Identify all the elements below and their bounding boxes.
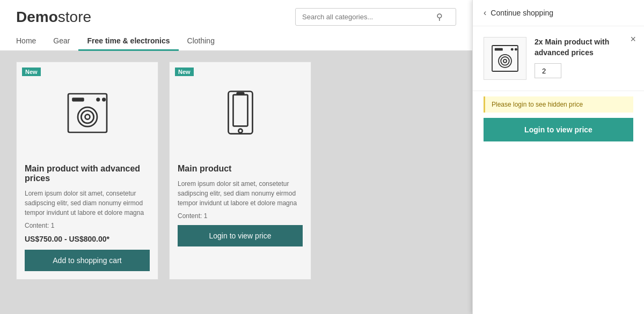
logo-bold: Demo: [16, 9, 58, 25]
continue-shopping-label: Continue shopping: [491, 9, 553, 17]
quantity-input[interactable]: [535, 63, 561, 78]
cart-item: 2x Main product with advanced prices ×: [473, 26, 644, 91]
product-content-2: Content: 1: [178, 212, 303, 220]
main-content: Demostore ⚲ Home Gear Free time & electr…: [0, 0, 472, 314]
cart-item-close-button[interactable]: ×: [630, 34, 636, 44]
svg-rect-8: [233, 95, 247, 126]
product-price-1: US$750.00 - US$800.00*: [25, 235, 150, 243]
svg-rect-12: [495, 48, 503, 51]
cart-item-product-title: Main product with advanced prices: [535, 38, 609, 57]
product-content-1: Content: 1: [25, 222, 150, 229]
svg-point-16: [501, 57, 509, 65]
cart-item-title: 2x Main product with advanced prices: [535, 37, 633, 58]
product-card-2: New Main product Lorem ipsum dolor sit a…: [169, 62, 311, 280]
nav-item-gear[interactable]: Gear: [45, 32, 78, 51]
login-to-view-price-button[interactable]: Login to view price: [484, 118, 633, 141]
nav-item-clothing[interactable]: Clothing: [179, 32, 223, 51]
search-input[interactable]: [302, 13, 436, 21]
svg-rect-7: [228, 92, 252, 134]
add-to-cart-button-1[interactable]: Add to shopping cart: [25, 250, 150, 271]
product-title-2: Main product: [178, 164, 303, 174]
product-card-1: New Main product with advanced prices Lo…: [16, 62, 158, 280]
cart-item-qty-prefix: 2x: [535, 38, 543, 46]
product-desc-2: Lorem ipsum dolor sit amet, consetetur s…: [178, 179, 303, 208]
hidden-price-notice: Please login to see hidden price: [484, 96, 633, 113]
product-image-1: [25, 70, 150, 156]
nav-item-home[interactable]: Home: [16, 32, 45, 51]
svg-point-2: [96, 98, 100, 101]
product-grid: New Main product with advanced prices Lo…: [0, 51, 472, 290]
product-title-1: Main product with advanced prices: [25, 164, 150, 183]
product-desc-1: Lorem ipsum dolor sit amet, consetetur s…: [25, 189, 150, 218]
header: Demostore ⚲ Home Gear Free time & electr…: [0, 0, 472, 51]
svg-point-14: [515, 48, 517, 51]
svg-point-17: [503, 59, 507, 63]
back-arrow-icon: ‹: [484, 8, 486, 18]
cart-item-inner: 2x Main product with advanced prices: [484, 37, 633, 80]
logo: Demostore: [16, 9, 91, 26]
cart-item-image: [484, 37, 526, 80]
nav-item-free-time[interactable]: Free time & electronics: [78, 32, 178, 51]
continue-shopping-btn[interactable]: ‹ Continue shopping: [473, 0, 644, 26]
svg-point-6: [85, 115, 90, 119]
svg-point-5: [81, 111, 93, 123]
header-top: Demostore ⚲: [16, 8, 456, 26]
svg-point-13: [511, 48, 514, 51]
svg-point-3: [102, 98, 106, 101]
svg-point-9: [238, 129, 242, 133]
login-price-button-2[interactable]: Login to view price: [178, 225, 303, 246]
cart-panel: ‹ Continue shopping 2x Main: [472, 0, 644, 314]
svg-rect-10: [237, 93, 244, 94]
main-nav: Home Gear Free time & electronics Clothi…: [16, 32, 456, 50]
svg-rect-1: [72, 98, 84, 101]
search-button[interactable]: ⚲: [436, 12, 443, 22]
cart-item-details: 2x Main product with advanced prices: [535, 37, 633, 78]
product-badge-2: New: [175, 68, 194, 76]
product-badge-1: New: [22, 68, 41, 76]
search-bar[interactable]: ⚲: [295, 8, 456, 26]
cart-item-qty-control: [535, 63, 633, 78]
product-image-2: [178, 70, 303, 156]
logo-light: store: [58, 9, 91, 25]
